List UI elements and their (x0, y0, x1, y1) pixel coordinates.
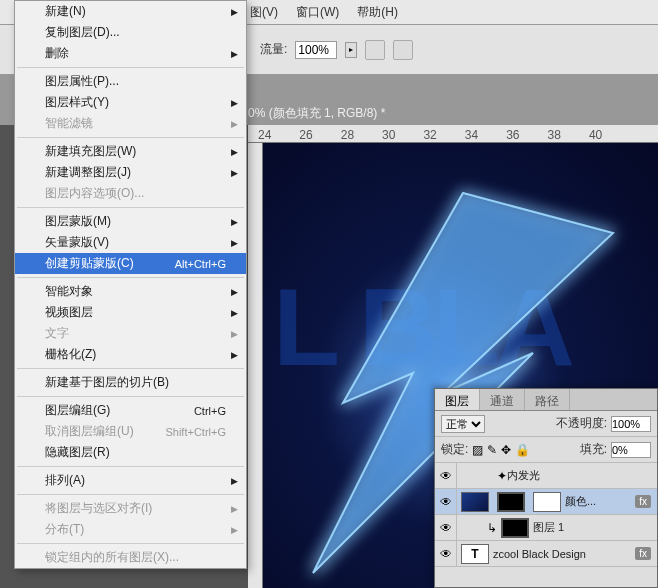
tab-channels[interactable]: 通道 (480, 389, 525, 410)
horizontal-ruler: 242628303234363840 (248, 125, 658, 143)
menu-view[interactable]: 图(V) (250, 4, 278, 21)
menu-clipping-mask[interactable]: 创建剪贴蒙版(C)Alt+Ctrl+G (15, 253, 246, 274)
menu-layer-mask[interactable]: 图层蒙版(M)▶ (15, 211, 246, 232)
menu-new[interactable]: 新建(N)▶ (15, 1, 246, 22)
visibility-icon[interactable]: 👁 (435, 463, 457, 489)
lock-move-icon[interactable]: ✥ (501, 443, 511, 457)
lock-label: 锁定: (441, 441, 468, 458)
menu-smart-object[interactable]: 智能对象▶ (15, 281, 246, 302)
tab-paths[interactable]: 路径 (525, 389, 570, 410)
fx-badge[interactable]: fx (635, 495, 651, 508)
menu-rasterize[interactable]: 栅格化(Z)▶ (15, 344, 246, 365)
menu-layer-style[interactable]: 图层样式(Y)▶ (15, 92, 246, 113)
menu-layer-content: 图层内容选项(O)... (15, 183, 246, 204)
flow-input[interactable] (295, 41, 337, 59)
document-tab[interactable]: 0% (颜色填充 1, RGB/8) * (248, 106, 385, 120)
airbrush-icon[interactable] (365, 40, 385, 60)
menu-window[interactable]: 窗口(W) (296, 4, 339, 21)
menu-help[interactable]: 帮助(H) (357, 4, 398, 21)
vertical-ruler (248, 143, 263, 588)
fx-badge[interactable]: fx (635, 547, 651, 560)
menu-align: 将图层与选区对齐(I)▶ (15, 498, 246, 519)
mask-thumb (497, 492, 525, 512)
opacity-input[interactable] (611, 416, 651, 432)
menu-text: 文字▶ (15, 323, 246, 344)
fill-input[interactable] (611, 442, 651, 458)
menu-lock-all: 锁定组内的所有图层(X)... (15, 547, 246, 568)
menu-layer-props[interactable]: 图层属性(P)... (15, 71, 246, 92)
fill-label: 填充: (580, 441, 607, 458)
menu-hide-layer[interactable]: 隐藏图层(R) (15, 442, 246, 463)
flow-dropdown[interactable]: ▸ (345, 42, 357, 58)
text-layer-icon: T (461, 544, 489, 564)
menu-delete[interactable]: 删除▶ (15, 43, 246, 64)
menu-distribute: 分布(T)▶ (15, 519, 246, 540)
menu-smart-filter: 智能滤镜▶ (15, 113, 246, 134)
lock-all-icon[interactable]: 🔒 (515, 443, 530, 457)
menu-group[interactable]: 图层编组(G)Ctrl+G (15, 400, 246, 421)
layer-text[interactable]: 👁 T zcool Black Design fx (435, 541, 657, 567)
lock-transparency-icon[interactable]: ▨ (472, 443, 483, 457)
tablet-icon[interactable] (393, 40, 413, 60)
layer-effect-glow[interactable]: 👁 ✦ 内发光 (435, 463, 657, 489)
menu-video-layer[interactable]: 视频图层▶ (15, 302, 246, 323)
opacity-label: 不透明度: (556, 415, 607, 432)
menu-new-fill-layer[interactable]: 新建填充图层(W)▶ (15, 141, 246, 162)
layers-panel: 图层 通道 路径 正常 不透明度: 锁定: ▨ ✎ ✥ 🔒 填充: 👁 ✦ 内发… (434, 388, 658, 588)
flow-label: 流量: (260, 41, 287, 58)
menu-new-adjust-layer[interactable]: 新建调整图层(J)▶ (15, 162, 246, 183)
layer-1[interactable]: 👁 ↳ 图层 1 (435, 515, 657, 541)
menu-copy-layer[interactable]: 复制图层(D)... (15, 22, 246, 43)
blend-mode-select[interactable]: 正常 (441, 415, 485, 433)
menu-ungroup: 取消图层编组(U)Shift+Ctrl+G (15, 421, 246, 442)
layer-context-menu: 新建(N)▶ 复制图层(D)... 删除▶ 图层属性(P)... 图层样式(Y)… (14, 0, 247, 569)
menu-vector-mask[interactable]: 矢量蒙版(V)▶ (15, 232, 246, 253)
menu-slice[interactable]: 新建基于图层的切片(B) (15, 372, 246, 393)
layer-thumb (501, 518, 529, 538)
visibility-icon[interactable]: 👁 (435, 515, 457, 541)
visibility-icon[interactable]: 👁 (435, 541, 457, 567)
effect-icon: ✦ (497, 469, 507, 483)
visibility-icon[interactable]: 👁 (435, 489, 457, 515)
mask-thumb-2 (533, 492, 561, 512)
tab-layers[interactable]: 图层 (435, 389, 480, 410)
layer-thumb (461, 492, 489, 512)
layer-color-fill[interactable]: 👁 颜色... fx (435, 489, 657, 515)
menu-arrange[interactable]: 排列(A)▶ (15, 470, 246, 491)
lock-brush-icon[interactable]: ✎ (487, 443, 497, 457)
